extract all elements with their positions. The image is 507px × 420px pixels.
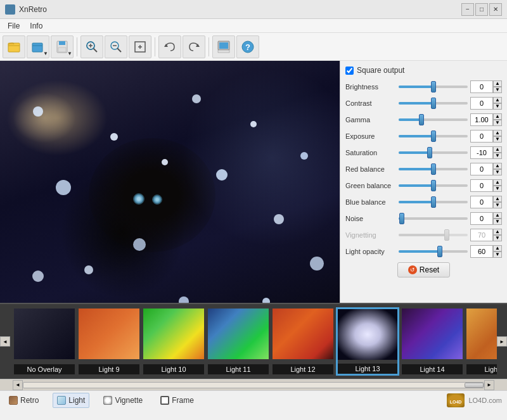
filmstrip-item-light9[interactable]: Light 9: [77, 307, 141, 376]
slider-row-noise: Noise0▲▼: [345, 212, 502, 226]
slider-track-saturation[interactable]: [399, 151, 468, 154]
spinner-down-brightness[interactable]: ▼: [493, 87, 502, 93]
spinner-up-contrast[interactable]: ▲: [493, 97, 502, 103]
redo-button[interactable]: [183, 35, 205, 58]
slider-track-gamma[interactable]: [399, 118, 468, 121]
spinner-down-blue-balance[interactable]: ▼: [493, 202, 502, 208]
filmstrip-item-light10[interactable]: Light 10: [142, 307, 205, 376]
spinner-down-gamma[interactable]: ▼: [493, 120, 502, 126]
svg-point-33: [84, 265, 93, 274]
slider-track-contrast[interactable]: [399, 102, 468, 105]
filmstrip-item-light14[interactable]: Light 14: [401, 307, 464, 376]
open-recent-button[interactable]: ▼: [27, 35, 49, 58]
svg-text:LO4D: LO4D: [450, 400, 462, 404]
open-button[interactable]: [3, 35, 25, 58]
square-output-checkbox[interactable]: [345, 67, 354, 75]
slider-thumb-green-balance[interactable]: [431, 180, 436, 191]
spinner-red-balance: ▲▼: [493, 163, 502, 175]
slider-value-light-opacity: 60: [470, 245, 493, 258]
filmstrip-scroll: No OverlayLight 9Light 10Light 11Light 1…: [10, 307, 497, 376]
slider-label-green-balance: Green balance: [345, 182, 396, 189]
hscroll-track[interactable]: [23, 382, 484, 388]
toolbar-sep-3: [209, 37, 209, 56]
slider-track-blue-balance[interactable]: [399, 201, 468, 203]
scroll-left-arrow[interactable]: ◄: [0, 336, 10, 347]
spinner-down-saturation[interactable]: ▼: [493, 153, 502, 159]
slider-thumb-noise[interactable]: [399, 213, 404, 224]
main-content: Square output Brightness0▲▼Contrast0▲▼Ga…: [0, 61, 507, 303]
filmstrip-item-light12[interactable]: Light 12: [271, 307, 335, 376]
svg-line-11: [117, 48, 121, 52]
menu-file[interactable]: File: [3, 20, 25, 32]
spinner-down-green-balance[interactable]: ▼: [493, 186, 502, 192]
slider-thumb-brightness[interactable]: [431, 81, 436, 92]
slider-thumb-gamma[interactable]: [419, 114, 424, 125]
svg-rect-3: [59, 41, 65, 45]
spinner-up-blue-balance[interactable]: ▲: [493, 196, 502, 202]
spinner-down-exposure[interactable]: ▼: [493, 136, 502, 143]
scroll-right-arrow[interactable]: ►: [497, 336, 507, 347]
svg-point-28: [216, 169, 228, 181]
slider-track-exposure[interactable]: [399, 135, 468, 137]
spinner-up-saturation[interactable]: ▲: [493, 146, 502, 153]
spinner-up-exposure[interactable]: ▲: [493, 130, 502, 136]
spinner-green-balance: ▲▼: [493, 179, 502, 192]
tab-light[interactable]: Light: [53, 393, 89, 408]
slider-track-brightness[interactable]: [399, 86, 468, 88]
filmstrip-label-no-overlay: No Overlay: [14, 364, 75, 374]
spinner-up-gamma[interactable]: ▲: [493, 113, 502, 120]
filmstrip-item-no-overlay[interactable]: No Overlay: [13, 307, 76, 376]
slider-track-vignetting[interactable]: [399, 234, 468, 236]
zoom-out-button[interactable]: [105, 35, 127, 58]
spinner-up-noise[interactable]: ▲: [493, 212, 502, 219]
slider-track-light-opacity[interactable]: [399, 250, 468, 253]
menu-info[interactable]: Info: [25, 20, 48, 32]
reset-button[interactable]: ↺ Reset: [397, 262, 450, 277]
save-button[interactable]: ▼: [51, 35, 74, 58]
filmstrip-item-light15[interactable]: Light 15: [465, 307, 497, 376]
close-button[interactable]: ✕: [489, 3, 502, 16]
slider-label-contrast: Contrast: [345, 99, 396, 107]
export-button[interactable]: [212, 35, 235, 58]
slider-track-noise[interactable]: [399, 217, 468, 220]
zoom-in-button[interactable]: [80, 35, 103, 58]
undo-button[interactable]: [158, 35, 181, 58]
tab-retro[interactable]: Retro: [5, 393, 42, 408]
fit-button[interactable]: [129, 35, 151, 58]
filmstrip-thumb-light9: [79, 309, 139, 359]
filmstrip-item-light11[interactable]: Light 11: [207, 307, 270, 376]
slider-row-exposure: Exposure0▲▼: [345, 129, 502, 143]
hscroll-thumb[interactable]: [465, 383, 484, 388]
spinner-down-light-opacity[interactable]: ▼: [493, 251, 502, 258]
spinner-down-vignetting[interactable]: ▼: [493, 235, 502, 241]
spinner-down-noise[interactable]: ▼: [493, 219, 502, 225]
tab-vignette[interactable]: Vignette: [99, 393, 146, 408]
slider-thumb-blue-balance[interactable]: [431, 196, 436, 208]
spinner-down-contrast[interactable]: ▼: [493, 103, 502, 110]
spinner-up-light-opacity[interactable]: ▲: [493, 245, 502, 251]
svg-rect-20: [218, 50, 229, 53]
minimize-button[interactable]: −: [461, 3, 474, 16]
spinner-up-green-balance[interactable]: ▲: [493, 179, 502, 186]
spinner-up-brightness[interactable]: ▲: [493, 80, 502, 87]
spinner-up-vignetting[interactable]: ▲: [493, 229, 502, 235]
svg-point-29: [250, 121, 257, 127]
slider-thumb-exposure[interactable]: [431, 130, 436, 142]
svg-point-31: [300, 152, 308, 160]
slider-track-green-balance[interactable]: [399, 184, 468, 187]
slider-thumb-saturation[interactable]: [427, 147, 432, 158]
slider-thumb-vignetting[interactable]: [444, 229, 449, 241]
spinner-down-red-balance[interactable]: ▼: [493, 169, 502, 175]
help-button[interactable]: ?: [236, 35, 259, 58]
slider-thumb-light-opacity[interactable]: [437, 246, 442, 257]
tab-frame[interactable]: Frame: [157, 393, 198, 408]
slider-thumb-red-balance[interactable]: [431, 163, 436, 175]
hscroll-right[interactable]: ►: [484, 380, 494, 390]
spinner-up-red-balance[interactable]: ▲: [493, 163, 502, 169]
slider-track-red-balance[interactable]: [399, 168, 468, 170]
maximize-button[interactable]: □: [475, 3, 488, 16]
hscroll-left[interactable]: ◄: [13, 380, 23, 390]
filmstrip-item-light13[interactable]: Light 13: [336, 307, 399, 376]
slider-thumb-contrast[interactable]: [431, 98, 436, 109]
slider-row-saturation: Saturation-10▲▼: [345, 146, 502, 160]
